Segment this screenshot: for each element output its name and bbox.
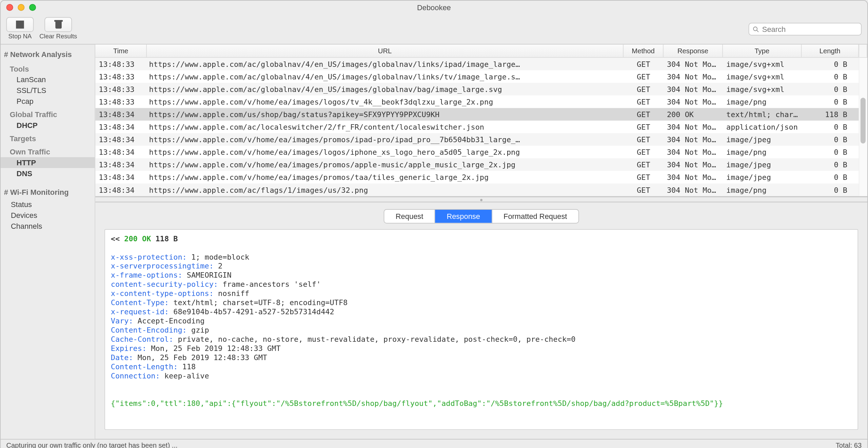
col-response[interactable]: Response xyxy=(664,44,723,57)
cell-time: 13:48:34 xyxy=(95,148,147,156)
cell-response: 304 Not Mod… xyxy=(664,72,723,81)
stop-na-label: Stop NA xyxy=(8,33,32,39)
status-bar: Capturing our own traffic only (no targe… xyxy=(1,439,867,448)
cell-type: image/svg+xml xyxy=(723,85,802,93)
cell-method: GET xyxy=(624,148,664,156)
sidebar-group-global: Global Traffic xyxy=(1,107,95,120)
cell-type: image/jpeg xyxy=(723,160,802,169)
cell-response: 304 Not Mod… xyxy=(664,173,723,181)
response-body[interactable]: << 200 OK 118 B x-xss-protection: 1; mod… xyxy=(104,229,858,430)
cell-url: https://www.apple.com/ac/globalnav/4/en_… xyxy=(147,85,624,93)
table-body: 13:48:33https://www.apple.com/ac/globaln… xyxy=(95,58,867,196)
tab-request[interactable]: Request xyxy=(384,210,435,223)
cell-method: GET xyxy=(624,185,664,194)
table-header: Time URL Method Response Type Length xyxy=(95,44,867,58)
cell-method: GET xyxy=(624,173,664,181)
col-url[interactable]: URL xyxy=(147,44,624,57)
cell-method: GET xyxy=(624,85,664,93)
cell-type: image/svg+xml xyxy=(723,72,802,81)
cell-method: GET xyxy=(624,72,664,81)
zoom-icon[interactable] xyxy=(29,4,36,11)
cell-response: 200 OK xyxy=(664,110,723,118)
cell-type: text/html; char… xyxy=(723,110,802,118)
cell-time: 13:48:33 xyxy=(95,60,147,68)
scrollbar-track[interactable] xyxy=(859,58,867,196)
close-icon[interactable] xyxy=(6,4,13,11)
col-length[interactable]: Length xyxy=(802,44,859,57)
sidebar-item-dns[interactable]: DNS xyxy=(1,168,95,179)
cell-time: 13:48:34 xyxy=(95,173,147,181)
table-row[interactable]: 13:48:33https://www.apple.com/ac/globaln… xyxy=(95,83,867,95)
sidebar-section-network: # Network Analysis xyxy=(1,47,95,61)
sidebar-item-pcap[interactable]: Pcap xyxy=(1,96,95,107)
svg-point-0 xyxy=(753,26,757,30)
cell-time: 13:48:33 xyxy=(95,97,147,106)
cell-url: https://www.apple.com/v/home/ea/images/l… xyxy=(147,148,624,156)
sidebar-group-own: Own Traffic xyxy=(1,144,95,157)
col-scroll-gutter xyxy=(859,44,867,57)
table-row[interactable]: 13:48:34https://www.apple.com/ac/flags/1… xyxy=(95,184,867,196)
tab-response[interactable]: Response xyxy=(435,210,492,223)
cell-method: GET xyxy=(624,135,664,144)
search-input[interactable] xyxy=(762,25,858,33)
col-time[interactable]: Time xyxy=(95,44,147,57)
splitter-handle[interactable] xyxy=(95,197,867,202)
table-row[interactable]: 13:48:34https://www.apple.com/v/home/ea/… xyxy=(95,171,867,184)
col-method[interactable]: Method xyxy=(624,44,664,57)
cell-length: 118 B xyxy=(802,110,859,118)
cell-time: 13:48:34 xyxy=(95,160,147,169)
cell-method: GET xyxy=(624,160,664,169)
cell-length: 0 B xyxy=(802,173,859,181)
main-panel: Time URL Method Response Type Length 13:… xyxy=(95,44,867,439)
clear-results-button[interactable]: Clear Results xyxy=(39,17,77,40)
cell-url: https://www.apple.com/ac/globalnav/4/en_… xyxy=(147,72,624,81)
table-row[interactable]: 13:48:33https://www.apple.com/ac/globaln… xyxy=(95,58,867,70)
titlebar: Debookee xyxy=(1,1,867,15)
cell-length: 0 B xyxy=(802,148,859,156)
cell-length: 0 B xyxy=(802,123,859,131)
cell-time: 13:48:34 xyxy=(95,123,147,131)
cell-response: 304 Not Mod… xyxy=(664,148,723,156)
cell-response: 304 Not Mod… xyxy=(664,85,723,93)
scrollbar-thumb[interactable] xyxy=(861,98,866,144)
sidebar-item-lanscan[interactable]: LanScan xyxy=(1,74,95,85)
sidebar-item-dhcp[interactable]: DHCP xyxy=(1,120,95,131)
col-type[interactable]: Type xyxy=(723,44,802,57)
cell-time: 13:48:33 xyxy=(95,85,147,93)
table-row[interactable]: 13:48:34https://www.apple.com/ac/locales… xyxy=(95,120,867,133)
cell-length: 0 B xyxy=(802,60,859,68)
clear-results-label: Clear Results xyxy=(39,33,77,39)
cell-url: https://www.apple.com/v/home/ea/images/p… xyxy=(147,173,624,181)
app-window: Debookee Stop NA Clear Results # Network… xyxy=(0,0,868,448)
minimize-icon[interactable] xyxy=(18,4,24,11)
sidebar-item-ssltls[interactable]: SSL/TLS xyxy=(1,85,95,96)
table-row[interactable]: 13:48:33https://www.apple.com/ac/globaln… xyxy=(95,70,867,83)
table-row[interactable]: 13:48:34https://www.apple.com/v/home/ea/… xyxy=(95,158,867,171)
cell-response: 304 Not Mod… xyxy=(664,123,723,131)
cell-length: 0 B xyxy=(802,97,859,106)
table-row[interactable]: 13:48:34https://www.apple.com/v/home/ea/… xyxy=(95,133,867,146)
window-controls xyxy=(6,4,36,11)
sidebar-item-channels[interactable]: Channels xyxy=(1,221,95,231)
sidebar-item-status[interactable]: Status xyxy=(1,199,95,210)
detail-tabs: Request Response Formatted Request xyxy=(383,209,579,223)
cell-length: 0 B xyxy=(802,160,859,169)
sidebar-item-http[interactable]: HTTP xyxy=(1,157,95,168)
status-text: Capturing our own traffic only (no targe… xyxy=(6,441,178,448)
cell-length: 0 B xyxy=(802,72,859,81)
cell-method: GET xyxy=(624,97,664,106)
search-box[interactable] xyxy=(749,23,862,35)
toolbar: Stop NA Clear Results xyxy=(1,15,867,45)
cell-url: https://www.apple.com/ac/globalnav/4/en_… xyxy=(147,60,624,68)
sidebar-item-devices[interactable]: Devices xyxy=(1,210,95,221)
table-row[interactable]: 13:48:34https://www.apple.com/v/home/ea/… xyxy=(95,146,867,158)
cell-type: image/png xyxy=(723,97,802,106)
cell-time: 13:48:34 xyxy=(95,135,147,144)
cell-url: https://www.apple.com/v/home/ea/images/l… xyxy=(147,97,624,106)
sidebar: # Network Analysis Tools LanScan SSL/TLS… xyxy=(1,44,96,439)
stop-na-button[interactable]: Stop NA xyxy=(6,17,34,40)
tab-formatted[interactable]: Formatted Request xyxy=(492,210,578,223)
table-row[interactable]: 13:48:34https://www.apple.com/us/shop/ba… xyxy=(95,108,867,120)
table-row[interactable]: 13:48:33https://www.apple.com/v/home/ea/… xyxy=(95,95,867,108)
cell-time: 13:48:33 xyxy=(95,72,147,81)
